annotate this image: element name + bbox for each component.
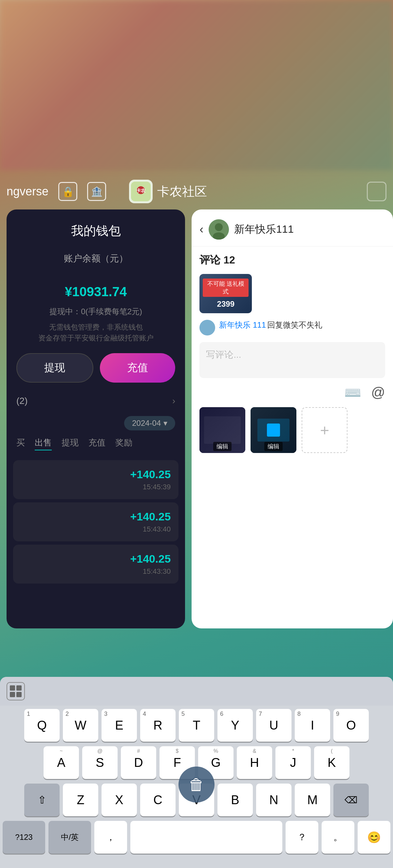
key-N[interactable]: N	[256, 783, 292, 816]
key-M[interactable]: M	[295, 783, 330, 816]
date-value: 2024-04	[132, 418, 161, 428]
num-key[interactable]: ?123	[3, 821, 45, 854]
key-Y[interactable]: 6Y	[217, 709, 253, 742]
kanong-app-icon: 卡农	[129, 180, 153, 203]
filter-tab-withdraw[interactable]: 提现	[62, 437, 79, 451]
top-blur-overlay	[0, 0, 393, 170]
comment-header: ‹ 新年快乐111	[191, 210, 393, 246]
key-U[interactable]: 7U	[256, 709, 292, 742]
mention-icon[interactable]: @	[371, 384, 385, 401]
svg-point-3	[215, 223, 223, 231]
delete-key[interactable]: ⌫	[333, 783, 369, 816]
key-Q[interactable]: 1Q	[24, 709, 60, 742]
image-thumb-1[interactable]: 编辑	[200, 407, 245, 453]
key-J[interactable]: *J	[275, 746, 311, 779]
app-switcher-row: ngverse 🔒 🏦 卡农 卡农社区	[0, 170, 393, 213]
key-R[interactable]: 4R	[140, 709, 176, 742]
transaction-amount-1: +140.25	[21, 468, 171, 481]
transaction-time-3: 15:43:30	[21, 567, 171, 576]
reply-avatar	[200, 320, 215, 336]
wallet-date-filter: 2024-04 ▾	[6, 413, 185, 434]
ngverse-label: ngverse	[6, 185, 49, 198]
key-E[interactable]: 3E	[101, 709, 137, 742]
grid-cell-2	[17, 685, 22, 691]
user-avatar	[209, 219, 229, 240]
key-A[interactable]: ~A	[43, 746, 79, 779]
wallet-balance-label: 账户余额（元）	[6, 246, 185, 271]
trash-icon: 🗑	[189, 776, 204, 794]
delete-button[interactable]: 🗑	[179, 767, 214, 803]
comment-card: ‹ 新年快乐111 评论 12 不可能 送礼模式 2399	[191, 210, 393, 628]
key-W[interactable]: 2W	[63, 709, 98, 742]
space-key[interactable]	[130, 821, 282, 854]
svg-text:卡农: 卡农	[136, 188, 146, 193]
wallet-desc: 无需钱包管理费，非系统钱包 资金存管于平安银行金融级托管账户	[6, 318, 185, 347]
wallet-icon[interactable]: 🏦	[87, 182, 106, 201]
comment-reply-section: 新年快乐 111 回复微笑不失礼	[200, 320, 385, 336]
emoji-key[interactable]: 😊	[358, 821, 390, 854]
wallet-withdraw-info: 提现中：0(手续费每笔2元)	[6, 305, 185, 318]
key-C[interactable]: C	[140, 783, 176, 816]
filter-tab-sell[interactable]: 出售	[35, 437, 52, 451]
transaction-item-3: +140.25 15:43:30	[13, 545, 179, 584]
key-O[interactable]: 9O	[333, 709, 369, 742]
emoji-keyboard-icon[interactable]: ⌨️	[344, 384, 361, 401]
filter-tab-buy[interactable]: 买	[17, 437, 25, 451]
key-D[interactable]: #D	[121, 746, 156, 779]
app-tab-kanong[interactable]: 卡农 卡农社区	[129, 180, 207, 203]
comment-image-inner: 不可能 送礼模式 2399	[200, 274, 252, 313]
key-B[interactable]: B	[217, 783, 253, 816]
reply-text: 回复微笑不失礼	[267, 320, 322, 329]
cards-container: 我的钱包 账户余额（元） ¥10931.74 提现中：0(手续费每笔2元) 无需…	[0, 210, 393, 642]
pending-label: (2)	[17, 396, 28, 406]
back-arrow-icon[interactable]: ‹	[200, 223, 203, 236]
amount-value: 10931.74	[72, 284, 127, 299]
key-X[interactable]: X	[101, 783, 137, 816]
period-key[interactable]: 。	[322, 821, 354, 854]
filter-tab-reward[interactable]: 奖励	[115, 437, 132, 451]
image-add-button[interactable]: +	[302, 407, 347, 453]
wallet-desc-line1: 无需钱包管理费，非系统钱包	[13, 322, 179, 333]
filter-tab-recharge[interactable]: 充值	[88, 437, 105, 451]
partial-app-icon	[367, 182, 387, 201]
transaction-time-1: 15:45:39	[21, 483, 171, 491]
key-T[interactable]: 5T	[179, 709, 214, 742]
transaction-item-1: +140.25 15:45:39	[13, 460, 179, 499]
lock-icon[interactable]: 🔒	[58, 182, 77, 201]
recharge-button[interactable]: 充值	[100, 353, 176, 382]
image-thumb-2[interactable]: 编辑	[250, 407, 296, 453]
kanong-label: 卡农社区	[157, 183, 207, 200]
wallet-buttons: 提现 充值	[6, 347, 185, 389]
wallet-pending-row: (2) ›	[6, 389, 185, 413]
key-S[interactable]: @S	[82, 746, 118, 779]
key-Z[interactable]: Z	[63, 783, 98, 816]
kanong-icon-inner: 卡农	[131, 182, 151, 201]
transaction-time-2: 15:43:40	[21, 525, 171, 533]
keyboard-grid-button[interactable]	[6, 682, 25, 701]
transaction-amount-3: +140.25	[21, 553, 171, 565]
comment-input-area[interactable]: 写评论...	[200, 342, 385, 378]
key-row-1: 1Q 2W 3E 4R 5T 6Y 7U 8I 9O	[3, 709, 390, 742]
comment-input-placeholder: 写评论...	[206, 349, 241, 360]
keyboard-toolbar	[0, 677, 393, 706]
delete-button-area: 🗑	[179, 767, 214, 803]
pending-chevron-icon[interactable]: ›	[172, 396, 175, 406]
image-edit-label-2: 编辑	[264, 442, 283, 451]
shift-key[interactable]: ⇧	[24, 783, 60, 816]
app-tab-ngverse[interactable]: ngverse	[6, 185, 49, 198]
key-K[interactable]: (K	[314, 746, 350, 779]
comma-key[interactable]: ，	[94, 821, 127, 854]
wallet-amount: ¥10931.74	[6, 271, 185, 305]
comment-username: 新年快乐111	[234, 222, 294, 237]
date-badge[interactable]: 2024-04 ▾	[124, 416, 175, 430]
transaction-item-2: +140.25 15:43:40	[13, 502, 179, 541]
currency-symbol: ¥	[65, 284, 72, 299]
key-I[interactable]: 8I	[295, 709, 330, 742]
image-edit-label-1: 编辑	[213, 442, 232, 451]
question-key[interactable]: ？	[285, 821, 318, 854]
key-H[interactable]: &H	[237, 746, 272, 779]
withdraw-button[interactable]: 提现	[17, 353, 93, 382]
grid-cell-1	[10, 685, 15, 691]
chinese-english-key[interactable]: 中/英	[49, 821, 91, 854]
reply-username: 新年快乐 111	[219, 320, 266, 329]
